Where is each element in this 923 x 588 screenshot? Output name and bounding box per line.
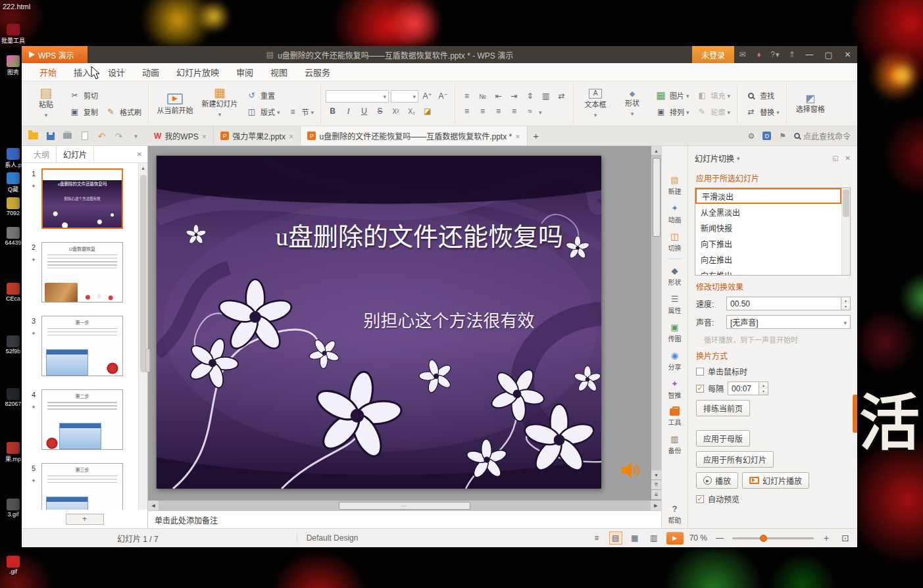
desktop-file-label[interactable]: 222.html [3,3,30,11]
sidebar-item-share[interactable]: 分享 [662,347,687,375]
sidebar-item-animation[interactable]: 动画 [662,199,687,228]
justify-button[interactable] [507,105,521,118]
distribute-button[interactable] [523,105,537,118]
textbox-button[interactable]: 文本框 [578,85,612,123]
sidebar-item-backup[interactable]: 备份 [662,430,687,458]
scroll-up-icon[interactable] [141,163,145,172]
copy-button[interactable]: 复制 [66,105,100,119]
clear-format-button[interactable] [420,105,434,118]
bullets-button[interactable] [460,89,474,103]
horizontal-scrollbar[interactable] [148,500,661,510]
font-name-select[interactable] [326,90,389,103]
save-button[interactable] [44,130,57,142]
tab-home[interactable]: 开始 [31,63,65,81]
decrease-indent-button[interactable] [491,89,505,103]
new-tab-button[interactable] [528,126,545,145]
sidebar-item-new[interactable]: 新建 [662,171,687,199]
tab-cloud[interactable]: 云服务 [296,63,339,81]
collapsed-panel-tab[interactable] [853,395,857,433]
align-right-button[interactable] [491,105,505,118]
scrollbar-thumb[interactable] [653,158,661,237]
zoom-in-button[interactable] [820,531,833,545]
close-panel-icon[interactable] [137,151,142,158]
slide-sorter-view-button[interactable] [628,531,641,545]
picture-button[interactable]: 图片 [652,88,691,103]
zoom-slider-thumb[interactable] [760,535,767,542]
sidebar-item-upload-image[interactable]: 传图 [662,318,687,347]
outline-button[interactable]: 轮廓 [693,105,733,119]
undock-panel-icon[interactable] [832,155,838,162]
redo-button[interactable] [112,130,125,142]
scrollbar-thumb[interactable] [140,175,147,372]
slide-thumbnail-1[interactable]: 1 u盘删除的文件还能恢复吗 别担心这个方法很有效 [26,168,138,229]
apply-to-all-button[interactable]: 应用于所有幻灯片 [696,451,774,468]
sidebar-item-transition[interactable]: 切换 [662,228,687,256]
slide-thumbnail-2[interactable]: 2 U盘数据恢复 [26,242,138,303]
transition-option[interactable]: 新闻快报 [695,220,841,235]
decrease-font-button[interactable] [436,89,450,103]
align-left-button[interactable] [460,105,474,118]
close-tab-icon[interactable] [202,132,207,141]
doc-tab-wps-home[interactable]: 我的WPS [147,126,214,145]
doc-tab-presentation-2-active[interactable]: u盘删除的文件还能恢复吗——互盾数据恢复软件.pptx * [301,126,527,145]
cut-button[interactable]: 剪切 [66,88,143,103]
thumbnail-scrollbar[interactable] [138,163,147,510]
slide-title[interactable]: u盘删除的文件还能恢复吗 [157,216,600,253]
new-slide-button[interactable]: 新建幻灯片 [199,85,240,123]
reading-view-button[interactable] [647,531,661,545]
sound-object[interactable] [620,460,641,480]
collapse-ribbon-icon[interactable] [784,46,800,63]
section-button[interactable]: 节 [284,105,316,119]
close-button[interactable] [838,46,857,63]
add-slide-button[interactable] [66,514,104,525]
sidebar-item-help[interactable]: 帮助 [662,500,687,528]
tab-outline[interactable]: 大纲 [27,146,56,162]
slideshow-button[interactable]: 幻灯片播放 [742,472,809,489]
close-tab-icon[interactable] [515,132,520,141]
sidebar-item-tools[interactable]: 工具 [662,403,687,430]
scroll-left-icon[interactable] [148,501,159,510]
paste-button[interactable]: 粘贴 [29,85,63,123]
align-center-button[interactable] [476,105,489,118]
fill-button[interactable]: 填充 [693,88,733,103]
play-from-current-button[interactable]: 从当前开始 [153,85,197,123]
speed-input[interactable]: 00.50 [726,297,841,310]
slideshow-play-button[interactable] [666,532,684,545]
quick-access-more-icon[interactable] [130,130,142,142]
normal-view-button[interactable] [609,531,622,545]
fit-slide-button[interactable] [839,531,852,545]
flag-icon[interactable] [779,132,786,141]
find-button[interactable]: 查找 [742,88,782,103]
format-painter-button[interactable]: 格式刷 [102,105,143,119]
scroll-up-icon[interactable] [651,146,661,156]
slide-thumbnail-5[interactable]: 5 第三步 [26,463,138,510]
command-search[interactable]: 点此查找命令 [794,130,851,141]
reset-button[interactable]: 重置 [243,88,316,103]
strikethrough-button[interactable] [373,105,387,118]
settings-icon[interactable] [747,132,755,141]
sidebar-item-shapes[interactable]: 形状 [662,262,687,290]
sound-select[interactable]: [无声音] [726,315,851,329]
zoom-out-button[interactable] [713,531,726,545]
scroll-right-icon[interactable] [651,501,661,510]
next-slide-button[interactable] [651,490,661,500]
zoom-level[interactable]: 70 % [689,533,707,543]
auto-advance-checkbox[interactable] [696,385,704,393]
shapes-button[interactable]: 形状 [615,85,649,123]
slide-canvas[interactable]: u盘删除的文件还能恢复吗 别担心这个方法很有效 [148,146,661,500]
tab-view[interactable]: 视图 [262,63,296,81]
doc-tab-presentation-1[interactable]: 强力苹果2.pptx [214,126,301,145]
notes-toggle-icon[interactable] [590,531,603,545]
font-size-select[interactable] [391,90,418,103]
docer-icon[interactable] [762,132,771,140]
line-spacing-button[interactable] [523,89,537,103]
tab-design[interactable]: 设计 [99,63,134,81]
increase-font-button[interactable] [420,89,434,103]
play-button[interactable]: 播放 [696,472,738,489]
print-preview-button[interactable] [78,130,91,142]
login-button[interactable]: 未登录 [692,46,734,63]
zoom-slider[interactable] [732,537,814,539]
underline-button[interactable] [357,105,371,118]
rehearse-button[interactable]: 排练当前页 [696,400,750,416]
message-icon[interactable] [734,46,751,63]
